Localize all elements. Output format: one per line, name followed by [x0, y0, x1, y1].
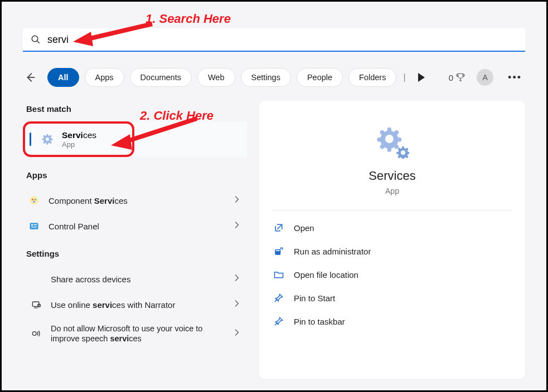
- filter-pill-documents[interactable]: Documents: [130, 68, 192, 87]
- svg-point-18: [400, 150, 405, 155]
- filter-pill-settings[interactable]: Settings: [241, 68, 291, 87]
- details-divider: [273, 210, 512, 210]
- filter-overflow-indicator: |: [403, 72, 405, 82]
- setting-result[interactable]: Do not allow Microsoft to use your voice…: [23, 317, 247, 350]
- svg-point-8: [35, 199, 36, 200]
- best-match-subtitle: App: [62, 140, 96, 149]
- folder-icon: [273, 269, 284, 280]
- svg-line-3: [37, 41, 40, 43]
- svg-marker-0: [73, 32, 93, 46]
- action-pin-to-start[interactable]: Pin to Start: [273, 286, 512, 310]
- svg-rect-20: [276, 250, 280, 251]
- result-label: Use online services with Narrator: [51, 300, 231, 310]
- svg-rect-19: [275, 249, 280, 255]
- back-button[interactable]: [23, 70, 38, 85]
- search-icon: [31, 35, 41, 45]
- svg-point-9: [33, 201, 35, 203]
- svg-point-7: [32, 199, 33, 200]
- app-result[interactable]: Control Panel: [23, 213, 247, 239]
- pin-icon: [273, 316, 284, 327]
- action-run-as-administrator[interactable]: Run as administrator: [273, 239, 512, 263]
- chev-icon: [231, 272, 243, 283]
- chevron-right-icon: [231, 272, 243, 286]
- chev-icon: [231, 194, 243, 205]
- chev-icon: [231, 219, 243, 231]
- play-button[interactable]: [418, 73, 425, 82]
- svg-point-6: [30, 197, 38, 205]
- best-match-header: Best match: [26, 104, 247, 114]
- svg-point-17: [385, 135, 393, 143]
- settings-header: Settings: [26, 249, 247, 258]
- action-open[interactable]: Open: [273, 216, 512, 239]
- action-pin-to-taskbar[interactable]: Pin to taskbar: [273, 310, 512, 333]
- svg-rect-12: [34, 224, 37, 226]
- account-avatar[interactable]: A: [477, 69, 493, 86]
- details-app-icon: [376, 125, 409, 159]
- chevron-right-icon: [231, 219, 243, 233]
- more-options-button[interactable]: •••: [505, 72, 525, 84]
- services-gear-icon: [40, 131, 55, 147]
- svg-point-2: [32, 36, 38, 42]
- voice-icon: [31, 328, 42, 339]
- result-label: Component Services: [49, 196, 231, 205]
- annotation-step2: 2. Click Here: [140, 109, 214, 123]
- open-icon: [273, 222, 284, 233]
- annotation-step1: 1. Search Here: [146, 12, 231, 26]
- pin-icon: [273, 292, 284, 303]
- annotation-arrow-1: [69, 17, 158, 48]
- filter-pill-web[interactable]: Web: [197, 68, 235, 87]
- filter-pill-apps[interactable]: Apps: [85, 68, 124, 87]
- rewards-points[interactable]: 0: [449, 72, 465, 82]
- arrow-left-icon: [25, 71, 37, 84]
- action-label: Run as administrator: [294, 247, 371, 256]
- action-label: Pin to taskbar: [294, 317, 345, 326]
- result-label: Do not allow Microsoft to use your voice…: [51, 324, 231, 344]
- filter-pill-folders[interactable]: Folders: [348, 68, 396, 87]
- control-panel-icon: [28, 220, 40, 232]
- details-subtitle: App: [273, 187, 512, 195]
- result-label: Share across devices: [51, 275, 231, 284]
- chevron-right-icon: [231, 327, 243, 340]
- chevron-right-icon: [231, 194, 243, 207]
- svg-rect-11: [31, 224, 33, 226]
- details-panel: Services App OpenRun as administratorOpe…: [259, 101, 525, 379]
- chevron-right-icon: [231, 298, 243, 311]
- result-label: Control Panel: [49, 222, 231, 231]
- svg-point-16: [32, 332, 36, 336]
- apps-header: Apps: [26, 170, 247, 180]
- setting-result[interactable]: Use online services with Narrator: [23, 292, 247, 317]
- selection-indicator: [30, 133, 31, 146]
- svg-rect-13: [31, 227, 37, 228]
- action-label: Open: [294, 223, 314, 233]
- svg-marker-1: [111, 134, 132, 150]
- narrator-icon: [31, 299, 42, 310]
- trophy-icon: [455, 72, 465, 82]
- admin-icon: [273, 246, 284, 257]
- best-match-title: Services: [62, 130, 96, 140]
- svg-point-5: [46, 138, 49, 141]
- component-icon: [28, 195, 40, 206]
- filter-pill-all[interactable]: All: [47, 68, 79, 87]
- details-title: Services: [273, 169, 512, 183]
- action-label: Pin to Start: [294, 293, 335, 303]
- filter-bar: AllAppsDocumentsWebSettingsPeopleFolders…: [23, 64, 525, 91]
- setting-result[interactable]: Share across devices: [23, 266, 247, 292]
- app-result[interactable]: Component Services: [23, 188, 247, 213]
- action-label: Open file location: [294, 270, 358, 280]
- svg-rect-10: [30, 223, 38, 229]
- action-open-file-location[interactable]: Open file location: [273, 263, 512, 286]
- points-value: 0: [449, 73, 453, 82]
- filter-pill-people[interactable]: People: [297, 68, 343, 87]
- chev-icon: [231, 327, 243, 338]
- chev-icon: [231, 298, 243, 309]
